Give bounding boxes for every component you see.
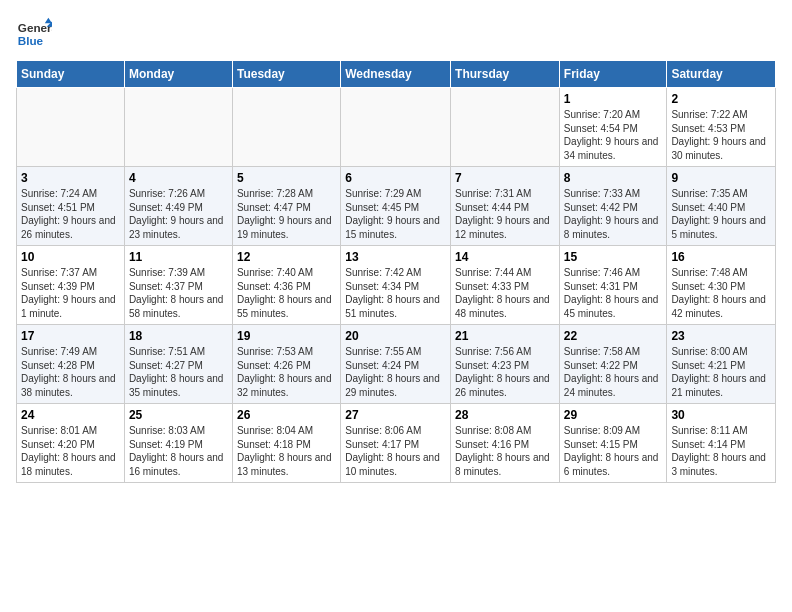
day-number: 7 bbox=[455, 171, 555, 185]
col-wednesday: Wednesday bbox=[341, 61, 451, 88]
calendar-cell: 8Sunrise: 7:33 AM Sunset: 4:42 PM Daylig… bbox=[559, 167, 667, 246]
calendar-cell bbox=[341, 88, 451, 167]
svg-text:Blue: Blue bbox=[18, 34, 44, 47]
day-number: 21 bbox=[455, 329, 555, 343]
day-info: Sunrise: 7:55 AM Sunset: 4:24 PM Dayligh… bbox=[345, 345, 446, 399]
day-info: Sunrise: 8:03 AM Sunset: 4:19 PM Dayligh… bbox=[129, 424, 228, 478]
day-number: 27 bbox=[345, 408, 446, 422]
day-number: 1 bbox=[564, 92, 663, 106]
day-info: Sunrise: 8:01 AM Sunset: 4:20 PM Dayligh… bbox=[21, 424, 120, 478]
day-info: Sunrise: 7:39 AM Sunset: 4:37 PM Dayligh… bbox=[129, 266, 228, 320]
calendar-cell: 23Sunrise: 8:00 AM Sunset: 4:21 PM Dayli… bbox=[667, 325, 776, 404]
day-info: Sunrise: 7:37 AM Sunset: 4:39 PM Dayligh… bbox=[21, 266, 120, 320]
day-number: 28 bbox=[455, 408, 555, 422]
calendar-cell: 7Sunrise: 7:31 AM Sunset: 4:44 PM Daylig… bbox=[451, 167, 560, 246]
day-info: Sunrise: 7:51 AM Sunset: 4:27 PM Dayligh… bbox=[129, 345, 228, 399]
calendar-cell: 2Sunrise: 7:22 AM Sunset: 4:53 PM Daylig… bbox=[667, 88, 776, 167]
day-number: 12 bbox=[237, 250, 336, 264]
calendar-header: Sunday Monday Tuesday Wednesday Thursday… bbox=[17, 61, 776, 88]
day-number: 23 bbox=[671, 329, 771, 343]
calendar-cell: 26Sunrise: 8:04 AM Sunset: 4:18 PM Dayli… bbox=[232, 404, 340, 483]
day-info: Sunrise: 7:46 AM Sunset: 4:31 PM Dayligh… bbox=[564, 266, 663, 320]
calendar-cell: 28Sunrise: 8:08 AM Sunset: 4:16 PM Dayli… bbox=[451, 404, 560, 483]
col-saturday: Saturday bbox=[667, 61, 776, 88]
logo: General Blue bbox=[16, 16, 52, 52]
day-number: 5 bbox=[237, 171, 336, 185]
page-header: General Blue bbox=[16, 16, 776, 52]
day-number: 2 bbox=[671, 92, 771, 106]
calendar-cell: 19Sunrise: 7:53 AM Sunset: 4:26 PM Dayli… bbox=[232, 325, 340, 404]
day-info: Sunrise: 7:40 AM Sunset: 4:36 PM Dayligh… bbox=[237, 266, 336, 320]
calendar-cell: 18Sunrise: 7:51 AM Sunset: 4:27 PM Dayli… bbox=[124, 325, 232, 404]
day-number: 24 bbox=[21, 408, 120, 422]
day-info: Sunrise: 8:00 AM Sunset: 4:21 PM Dayligh… bbox=[671, 345, 771, 399]
day-number: 8 bbox=[564, 171, 663, 185]
day-info: Sunrise: 7:20 AM Sunset: 4:54 PM Dayligh… bbox=[564, 108, 663, 162]
day-info: Sunrise: 7:42 AM Sunset: 4:34 PM Dayligh… bbox=[345, 266, 446, 320]
day-number: 30 bbox=[671, 408, 771, 422]
calendar-cell: 21Sunrise: 7:56 AM Sunset: 4:23 PM Dayli… bbox=[451, 325, 560, 404]
calendar-cell: 16Sunrise: 7:48 AM Sunset: 4:30 PM Dayli… bbox=[667, 246, 776, 325]
calendar-cell: 30Sunrise: 8:11 AM Sunset: 4:14 PM Dayli… bbox=[667, 404, 776, 483]
col-friday: Friday bbox=[559, 61, 667, 88]
calendar-week-2: 3Sunrise: 7:24 AM Sunset: 4:51 PM Daylig… bbox=[17, 167, 776, 246]
calendar-cell: 6Sunrise: 7:29 AM Sunset: 4:45 PM Daylig… bbox=[341, 167, 451, 246]
calendar-cell: 12Sunrise: 7:40 AM Sunset: 4:36 PM Dayli… bbox=[232, 246, 340, 325]
calendar-cell: 10Sunrise: 7:37 AM Sunset: 4:39 PM Dayli… bbox=[17, 246, 125, 325]
day-info: Sunrise: 7:35 AM Sunset: 4:40 PM Dayligh… bbox=[671, 187, 771, 241]
day-info: Sunrise: 7:22 AM Sunset: 4:53 PM Dayligh… bbox=[671, 108, 771, 162]
calendar-week-5: 24Sunrise: 8:01 AM Sunset: 4:20 PM Dayli… bbox=[17, 404, 776, 483]
day-number: 10 bbox=[21, 250, 120, 264]
day-info: Sunrise: 8:09 AM Sunset: 4:15 PM Dayligh… bbox=[564, 424, 663, 478]
day-info: Sunrise: 7:33 AM Sunset: 4:42 PM Dayligh… bbox=[564, 187, 663, 241]
calendar-cell: 1Sunrise: 7:20 AM Sunset: 4:54 PM Daylig… bbox=[559, 88, 667, 167]
calendar-week-1: 1Sunrise: 7:20 AM Sunset: 4:54 PM Daylig… bbox=[17, 88, 776, 167]
calendar-cell: 14Sunrise: 7:44 AM Sunset: 4:33 PM Dayli… bbox=[451, 246, 560, 325]
day-number: 20 bbox=[345, 329, 446, 343]
calendar-cell: 11Sunrise: 7:39 AM Sunset: 4:37 PM Dayli… bbox=[124, 246, 232, 325]
calendar-table: Sunday Monday Tuesday Wednesday Thursday… bbox=[16, 60, 776, 483]
calendar-cell: 22Sunrise: 7:58 AM Sunset: 4:22 PM Dayli… bbox=[559, 325, 667, 404]
calendar-cell: 29Sunrise: 8:09 AM Sunset: 4:15 PM Dayli… bbox=[559, 404, 667, 483]
day-info: Sunrise: 7:26 AM Sunset: 4:49 PM Dayligh… bbox=[129, 187, 228, 241]
day-number: 22 bbox=[564, 329, 663, 343]
header-row: Sunday Monday Tuesday Wednesday Thursday… bbox=[17, 61, 776, 88]
day-info: Sunrise: 7:48 AM Sunset: 4:30 PM Dayligh… bbox=[671, 266, 771, 320]
col-sunday: Sunday bbox=[17, 61, 125, 88]
day-number: 3 bbox=[21, 171, 120, 185]
calendar-cell: 15Sunrise: 7:46 AM Sunset: 4:31 PM Dayli… bbox=[559, 246, 667, 325]
calendar-cell bbox=[232, 88, 340, 167]
logo-icon: General Blue bbox=[16, 16, 52, 52]
calendar-cell: 9Sunrise: 7:35 AM Sunset: 4:40 PM Daylig… bbox=[667, 167, 776, 246]
day-info: Sunrise: 8:06 AM Sunset: 4:17 PM Dayligh… bbox=[345, 424, 446, 478]
calendar-cell bbox=[124, 88, 232, 167]
day-number: 14 bbox=[455, 250, 555, 264]
day-info: Sunrise: 8:11 AM Sunset: 4:14 PM Dayligh… bbox=[671, 424, 771, 478]
calendar-cell: 3Sunrise: 7:24 AM Sunset: 4:51 PM Daylig… bbox=[17, 167, 125, 246]
day-number: 17 bbox=[21, 329, 120, 343]
day-info: Sunrise: 7:31 AM Sunset: 4:44 PM Dayligh… bbox=[455, 187, 555, 241]
day-info: Sunrise: 8:08 AM Sunset: 4:16 PM Dayligh… bbox=[455, 424, 555, 478]
day-info: Sunrise: 7:56 AM Sunset: 4:23 PM Dayligh… bbox=[455, 345, 555, 399]
calendar-cell bbox=[451, 88, 560, 167]
day-number: 16 bbox=[671, 250, 771, 264]
day-number: 25 bbox=[129, 408, 228, 422]
calendar-cell: 5Sunrise: 7:28 AM Sunset: 4:47 PM Daylig… bbox=[232, 167, 340, 246]
calendar-week-4: 17Sunrise: 7:49 AM Sunset: 4:28 PM Dayli… bbox=[17, 325, 776, 404]
calendar-cell: 20Sunrise: 7:55 AM Sunset: 4:24 PM Dayli… bbox=[341, 325, 451, 404]
calendar-cell: 17Sunrise: 7:49 AM Sunset: 4:28 PM Dayli… bbox=[17, 325, 125, 404]
calendar-cell: 4Sunrise: 7:26 AM Sunset: 4:49 PM Daylig… bbox=[124, 167, 232, 246]
day-number: 13 bbox=[345, 250, 446, 264]
calendar-cell bbox=[17, 88, 125, 167]
day-info: Sunrise: 7:24 AM Sunset: 4:51 PM Dayligh… bbox=[21, 187, 120, 241]
calendar-cell: 27Sunrise: 8:06 AM Sunset: 4:17 PM Dayli… bbox=[341, 404, 451, 483]
calendar-week-3: 10Sunrise: 7:37 AM Sunset: 4:39 PM Dayli… bbox=[17, 246, 776, 325]
calendar-body: 1Sunrise: 7:20 AM Sunset: 4:54 PM Daylig… bbox=[17, 88, 776, 483]
calendar-cell: 24Sunrise: 8:01 AM Sunset: 4:20 PM Dayli… bbox=[17, 404, 125, 483]
day-number: 19 bbox=[237, 329, 336, 343]
day-number: 26 bbox=[237, 408, 336, 422]
day-number: 29 bbox=[564, 408, 663, 422]
day-number: 9 bbox=[671, 171, 771, 185]
day-info: Sunrise: 7:28 AM Sunset: 4:47 PM Dayligh… bbox=[237, 187, 336, 241]
day-info: Sunrise: 7:44 AM Sunset: 4:33 PM Dayligh… bbox=[455, 266, 555, 320]
